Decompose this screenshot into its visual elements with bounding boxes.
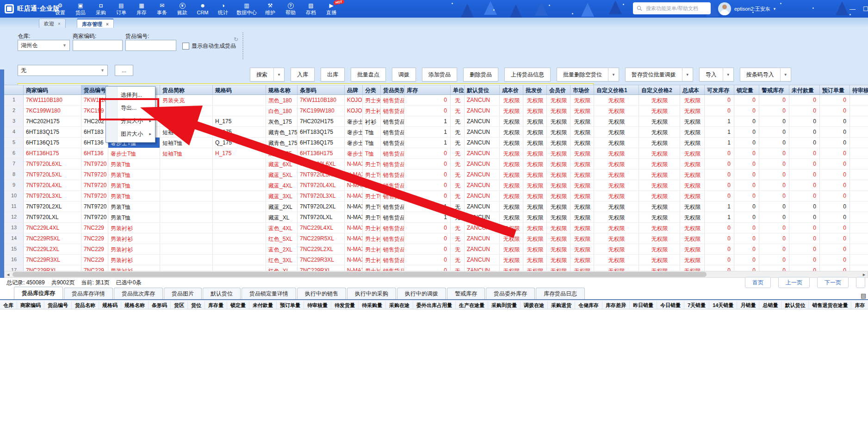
cell[interactable]: 销售货品 (381, 212, 404, 222)
cell[interactable]: 0 (705, 170, 734, 180)
cell[interactable]: 0 (734, 138, 759, 148)
cell[interactable]: 7NT9720 (81, 180, 108, 190)
cell[interactable]: 无权限 (500, 180, 523, 190)
cell[interactable]: 7NC229L4XL (24, 223, 81, 233)
cell[interactable]: 无权限 (500, 170, 523, 180)
cell[interactable]: 6HT136Q175 (298, 138, 345, 148)
cell[interactable]: 0 (850, 127, 868, 137)
cell[interactable]: 无权限 (570, 95, 594, 105)
cell[interactable]: 藏蓝_3XL (266, 191, 298, 201)
detail-col-header-仓库[interactable]: 仓库 (0, 301, 17, 309)
cell[interactable]: 男装衬衫 (108, 233, 160, 244)
cell[interactable]: 无权限 (594, 223, 639, 233)
cell[interactable]: 7NC229 (81, 233, 108, 244)
cell[interactable]: 无权限 (680, 201, 705, 212)
cell[interactable]: 短袖T恤 (160, 127, 213, 137)
cell[interactable]: 无权限 (570, 159, 594, 169)
detail-col-header-未付款量[interactable]: 未付款量 (249, 301, 277, 309)
tab-欢迎[interactable]: 欢迎× (39, 19, 66, 28)
cell[interactable]: 7KC199W180 (298, 106, 345, 116)
cell[interactable] (213, 180, 266, 190)
cell[interactable]: 0 (705, 265, 734, 271)
detail-col-header-总销量[interactable]: 总销量 (759, 301, 781, 309)
secondary-filter-select[interactable]: 无 ▼ (18, 65, 108, 76)
cell[interactable]: 7NC229R5XL (24, 233, 81, 244)
cell[interactable]: 无权限 (547, 116, 570, 126)
cell[interactable]: N-MAX (345, 265, 363, 271)
cell[interactable]: ZANCUN (465, 233, 500, 244)
goods-no-input[interactable] (125, 40, 176, 51)
cell[interactable]: 无权限 (639, 212, 680, 222)
cell[interactable]: 0 (734, 148, 759, 158)
cell[interactable]: 0 (734, 191, 759, 201)
col-header-货品类别[interactable]: 货品类别 (381, 85, 404, 94)
cell[interactable]: N-MAX (345, 244, 363, 254)
cell[interactable]: 男士衬衫 (363, 106, 381, 116)
cell[interactable]: 无 (451, 127, 465, 137)
col-header-预订单量[interactable]: 预订单量 (820, 85, 850, 94)
cell[interactable]: 无权限 (547, 138, 570, 148)
cell[interactable]: 0 (734, 180, 759, 190)
menu-item-分页大小[interactable]: 分页大小▸ (106, 114, 155, 127)
cell[interactable]: 销售货品 (381, 138, 404, 148)
cell[interactable]: 0 (404, 191, 451, 201)
cell[interactable]: 6HT183Q175 (24, 127, 81, 137)
cell[interactable]: 0 (850, 148, 868, 158)
cell[interactable]: 0 (789, 127, 820, 137)
cell[interactable]: 无权限 (570, 255, 594, 265)
cell[interactable]: 黑色_180 (266, 95, 298, 105)
cell[interactable]: 6HT136Q175 (24, 138, 81, 148)
cell[interactable] (160, 265, 213, 271)
nav-item-采购[interactable]: ◘采购 (91, 0, 111, 18)
cell[interactable]: 1 (404, 138, 451, 148)
cell[interactable]: 无 (451, 138, 465, 148)
cell[interactable]: 无权限 (680, 255, 705, 265)
cell[interactable] (160, 255, 213, 265)
cell[interactable]: 7HC202H175 (24, 116, 81, 126)
cell[interactable]: 无权限 (500, 148, 523, 158)
cell[interactable]: 藏蓝_XL (266, 212, 298, 222)
cell[interactable]: T恤 (363, 138, 381, 148)
cell[interactable]: N-MAX (345, 191, 363, 201)
cell[interactable]: 无权限 (523, 212, 547, 222)
cell[interactable]: 0 (820, 223, 850, 233)
cell[interactable] (213, 244, 266, 254)
cell[interactable]: 无权限 (639, 116, 680, 126)
cell[interactable]: T恤 (363, 127, 381, 137)
cell[interactable]: 无权限 (639, 138, 680, 148)
avatar[interactable] (718, 2, 731, 15)
cell[interactable]: 男装衬衫 (108, 255, 160, 265)
col-header-分类[interactable]: 分类 (363, 85, 381, 94)
col-header-默认货位[interactable]: 默认货位 (465, 85, 500, 94)
nav-item-统计[interactable]: ◑统计 (213, 0, 233, 18)
col-header-规格名称[interactable]: 规格名称 (266, 85, 298, 94)
cell[interactable]: 无权限 (594, 180, 639, 190)
cell[interactable]: 0 (734, 170, 759, 180)
cell[interactable]: 无权限 (547, 127, 570, 137)
col-header-库存[interactable]: 库存 (404, 85, 451, 94)
搜索-button[interactable]: 搜索▼ (250, 68, 285, 82)
cell[interactable] (213, 223, 266, 233)
cell[interactable]: 销售货品 (381, 116, 404, 126)
first-page-button[interactable]: 首页 (745, 277, 771, 288)
cell[interactable]: N-MAX (345, 170, 363, 180)
detail-tab-货品库位库存[interactable]: 货品库位库存 (14, 287, 63, 299)
cell[interactable]: 7NT9720L2XL (298, 201, 345, 212)
cell[interactable]: 0 (820, 233, 850, 244)
cell[interactable]: 无权限 (594, 127, 639, 137)
cell[interactable]: 无权限 (570, 191, 594, 201)
cell[interactable]: 无权限 (547, 191, 570, 201)
cell[interactable]: 无权限 (594, 106, 639, 116)
detail-col-header-调拨在途[interactable]: 调拨在途 (521, 301, 548, 309)
cell[interactable]: 0 (759, 244, 789, 254)
cell[interactable]: 1 (404, 201, 451, 212)
批量盘点-button[interactable]: 批量盘点 (351, 68, 386, 82)
cell[interactable]: 7NC229RXL (298, 265, 345, 271)
cell[interactable]: 销售货品 (381, 148, 404, 158)
scroll-right-icon[interactable]: ► (861, 272, 868, 277)
cell[interactable]: 0 (789, 244, 820, 254)
cell[interactable]: 无权限 (547, 180, 570, 190)
cell[interactable]: 0 (850, 244, 868, 254)
nav-item-帮助[interactable]: ?帮助 (280, 0, 301, 18)
detail-tab-货品锁定量详情[interactable]: 货品锁定量详情 (242, 288, 296, 299)
